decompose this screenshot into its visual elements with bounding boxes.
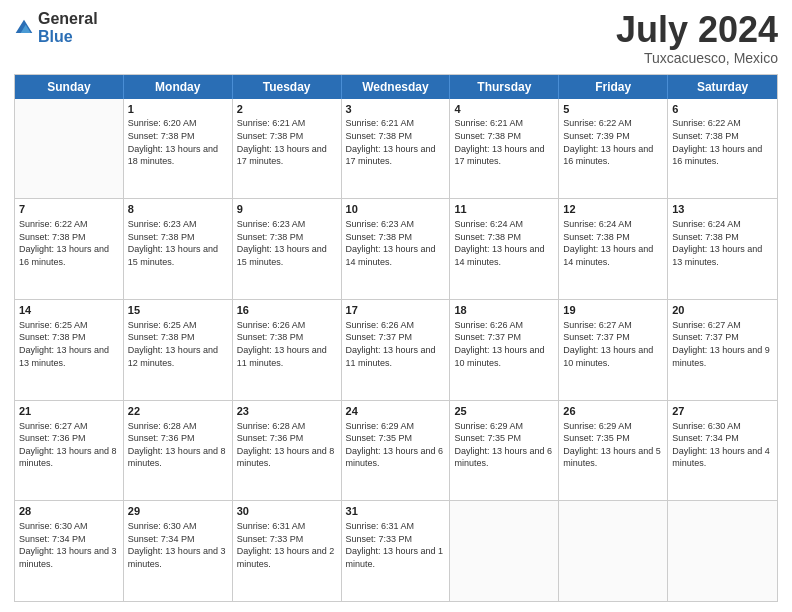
sun-info: Sunrise: 6:26 AMSunset: 7:37 PMDaylight:… bbox=[346, 319, 446, 369]
sun-info: Sunrise: 6:24 AMSunset: 7:38 PMDaylight:… bbox=[454, 218, 554, 268]
cal-cell-w3-d5: 26Sunrise: 6:29 AMSunset: 7:35 PMDayligh… bbox=[559, 401, 668, 501]
cal-cell-w0-d6: 6Sunrise: 6:22 AMSunset: 7:38 PMDaylight… bbox=[668, 99, 777, 199]
page: General Blue July 2024 Tuxcacuesco, Mexi… bbox=[0, 0, 792, 612]
calendar-row-1: 7Sunrise: 6:22 AMSunset: 7:38 PMDaylight… bbox=[15, 199, 777, 300]
calendar-row-2: 14Sunrise: 6:25 AMSunset: 7:38 PMDayligh… bbox=[15, 300, 777, 401]
day-number: 18 bbox=[454, 303, 554, 318]
sun-info: Sunrise: 6:22 AMSunset: 7:38 PMDaylight:… bbox=[672, 117, 773, 167]
cal-cell-w4-d3: 31Sunrise: 6:31 AMSunset: 7:33 PMDayligh… bbox=[342, 501, 451, 601]
day-number: 23 bbox=[237, 404, 337, 419]
cal-cell-w3-d6: 27Sunrise: 6:30 AMSunset: 7:34 PMDayligh… bbox=[668, 401, 777, 501]
subtitle: Tuxcacuesco, Mexico bbox=[616, 50, 778, 66]
day-number: 9 bbox=[237, 202, 337, 217]
cal-cell-w2-d6: 20Sunrise: 6:27 AMSunset: 7:37 PMDayligh… bbox=[668, 300, 777, 400]
sun-info: Sunrise: 6:26 AMSunset: 7:37 PMDaylight:… bbox=[454, 319, 554, 369]
sun-info: Sunrise: 6:21 AMSunset: 7:38 PMDaylight:… bbox=[237, 117, 337, 167]
sun-info: Sunrise: 6:28 AMSunset: 7:36 PMDaylight:… bbox=[128, 420, 228, 470]
day-number: 10 bbox=[346, 202, 446, 217]
sun-info: Sunrise: 6:27 AMSunset: 7:37 PMDaylight:… bbox=[563, 319, 663, 369]
day-number: 5 bbox=[563, 102, 663, 117]
day-number: 16 bbox=[237, 303, 337, 318]
cal-cell-w4-d1: 29Sunrise: 6:30 AMSunset: 7:34 PMDayligh… bbox=[124, 501, 233, 601]
day-number: 13 bbox=[672, 202, 773, 217]
sun-info: Sunrise: 6:23 AMSunset: 7:38 PMDaylight:… bbox=[346, 218, 446, 268]
sun-info: Sunrise: 6:24 AMSunset: 7:38 PMDaylight:… bbox=[672, 218, 773, 268]
main-title: July 2024 bbox=[616, 10, 778, 50]
day-number: 12 bbox=[563, 202, 663, 217]
cal-cell-w3-d3: 24Sunrise: 6:29 AMSunset: 7:35 PMDayligh… bbox=[342, 401, 451, 501]
sun-info: Sunrise: 6:25 AMSunset: 7:38 PMDaylight:… bbox=[19, 319, 119, 369]
cal-cell-w4-d4 bbox=[450, 501, 559, 601]
cal-cell-w0-d5: 5Sunrise: 6:22 AMSunset: 7:39 PMDaylight… bbox=[559, 99, 668, 199]
day-number: 3 bbox=[346, 102, 446, 117]
header-friday: Friday bbox=[559, 75, 668, 99]
sun-info: Sunrise: 6:25 AMSunset: 7:38 PMDaylight:… bbox=[128, 319, 228, 369]
day-number: 1 bbox=[128, 102, 228, 117]
sun-info: Sunrise: 6:29 AMSunset: 7:35 PMDaylight:… bbox=[346, 420, 446, 470]
sun-info: Sunrise: 6:29 AMSunset: 7:35 PMDaylight:… bbox=[454, 420, 554, 470]
day-number: 7 bbox=[19, 202, 119, 217]
cal-cell-w2-d5: 19Sunrise: 6:27 AMSunset: 7:37 PMDayligh… bbox=[559, 300, 668, 400]
cal-cell-w1-d5: 12Sunrise: 6:24 AMSunset: 7:38 PMDayligh… bbox=[559, 199, 668, 299]
sun-info: Sunrise: 6:23 AMSunset: 7:38 PMDaylight:… bbox=[237, 218, 337, 268]
sun-info: Sunrise: 6:30 AMSunset: 7:34 PMDaylight:… bbox=[128, 520, 228, 570]
sun-info: Sunrise: 6:23 AMSunset: 7:38 PMDaylight:… bbox=[128, 218, 228, 268]
day-number: 29 bbox=[128, 504, 228, 519]
header-thursday: Thursday bbox=[450, 75, 559, 99]
calendar-header: Sunday Monday Tuesday Wednesday Thursday… bbox=[15, 75, 777, 99]
cal-cell-w2-d0: 14Sunrise: 6:25 AMSunset: 7:38 PMDayligh… bbox=[15, 300, 124, 400]
sun-info: Sunrise: 6:27 AMSunset: 7:37 PMDaylight:… bbox=[672, 319, 773, 369]
logo-icon bbox=[14, 18, 34, 38]
cal-cell-w2-d1: 15Sunrise: 6:25 AMSunset: 7:38 PMDayligh… bbox=[124, 300, 233, 400]
day-number: 25 bbox=[454, 404, 554, 419]
cal-cell-w1-d1: 8Sunrise: 6:23 AMSunset: 7:38 PMDaylight… bbox=[124, 199, 233, 299]
cal-cell-w4-d5 bbox=[559, 501, 668, 601]
sun-info: Sunrise: 6:31 AMSunset: 7:33 PMDaylight:… bbox=[237, 520, 337, 570]
sun-info: Sunrise: 6:27 AMSunset: 7:36 PMDaylight:… bbox=[19, 420, 119, 470]
cal-cell-w3-d2: 23Sunrise: 6:28 AMSunset: 7:36 PMDayligh… bbox=[233, 401, 342, 501]
cal-cell-w0-d2: 2Sunrise: 6:21 AMSunset: 7:38 PMDaylight… bbox=[233, 99, 342, 199]
day-number: 14 bbox=[19, 303, 119, 318]
cal-cell-w2-d4: 18Sunrise: 6:26 AMSunset: 7:37 PMDayligh… bbox=[450, 300, 559, 400]
day-number: 21 bbox=[19, 404, 119, 419]
sun-info: Sunrise: 6:30 AMSunset: 7:34 PMDaylight:… bbox=[19, 520, 119, 570]
cal-cell-w1-d0: 7Sunrise: 6:22 AMSunset: 7:38 PMDaylight… bbox=[15, 199, 124, 299]
day-number: 20 bbox=[672, 303, 773, 318]
header-sunday: Sunday bbox=[15, 75, 124, 99]
calendar-row-0: 1Sunrise: 6:20 AMSunset: 7:38 PMDaylight… bbox=[15, 99, 777, 200]
logo-general-text: General bbox=[38, 10, 98, 28]
sun-info: Sunrise: 6:24 AMSunset: 7:38 PMDaylight:… bbox=[563, 218, 663, 268]
calendar-row-3: 21Sunrise: 6:27 AMSunset: 7:36 PMDayligh… bbox=[15, 401, 777, 502]
cal-cell-w2-d2: 16Sunrise: 6:26 AMSunset: 7:38 PMDayligh… bbox=[233, 300, 342, 400]
header-tuesday: Tuesday bbox=[233, 75, 342, 99]
calendar-row-4: 28Sunrise: 6:30 AMSunset: 7:34 PMDayligh… bbox=[15, 501, 777, 601]
sun-info: Sunrise: 6:29 AMSunset: 7:35 PMDaylight:… bbox=[563, 420, 663, 470]
cal-cell-w3-d0: 21Sunrise: 6:27 AMSunset: 7:36 PMDayligh… bbox=[15, 401, 124, 501]
cal-cell-w4-d2: 30Sunrise: 6:31 AMSunset: 7:33 PMDayligh… bbox=[233, 501, 342, 601]
cal-cell-w0-d1: 1Sunrise: 6:20 AMSunset: 7:38 PMDaylight… bbox=[124, 99, 233, 199]
header-saturday: Saturday bbox=[668, 75, 777, 99]
calendar: Sunday Monday Tuesday Wednesday Thursday… bbox=[14, 74, 778, 602]
cal-cell-w2-d3: 17Sunrise: 6:26 AMSunset: 7:37 PMDayligh… bbox=[342, 300, 451, 400]
cal-cell-w1-d4: 11Sunrise: 6:24 AMSunset: 7:38 PMDayligh… bbox=[450, 199, 559, 299]
cal-cell-w3-d4: 25Sunrise: 6:29 AMSunset: 7:35 PMDayligh… bbox=[450, 401, 559, 501]
day-number: 22 bbox=[128, 404, 228, 419]
day-number: 28 bbox=[19, 504, 119, 519]
day-number: 31 bbox=[346, 504, 446, 519]
sun-info: Sunrise: 6:22 AMSunset: 7:39 PMDaylight:… bbox=[563, 117, 663, 167]
day-number: 8 bbox=[128, 202, 228, 217]
header-wednesday: Wednesday bbox=[342, 75, 451, 99]
sun-info: Sunrise: 6:20 AMSunset: 7:38 PMDaylight:… bbox=[128, 117, 228, 167]
title-block: July 2024 Tuxcacuesco, Mexico bbox=[616, 10, 778, 66]
cal-cell-w4-d6 bbox=[668, 501, 777, 601]
day-number: 19 bbox=[563, 303, 663, 318]
sun-info: Sunrise: 6:30 AMSunset: 7:34 PMDaylight:… bbox=[672, 420, 773, 470]
day-number: 17 bbox=[346, 303, 446, 318]
sun-info: Sunrise: 6:21 AMSunset: 7:38 PMDaylight:… bbox=[454, 117, 554, 167]
cal-cell-w4-d0: 28Sunrise: 6:30 AMSunset: 7:34 PMDayligh… bbox=[15, 501, 124, 601]
sun-info: Sunrise: 6:26 AMSunset: 7:38 PMDaylight:… bbox=[237, 319, 337, 369]
logo: General Blue bbox=[14, 10, 98, 45]
cal-cell-w3-d1: 22Sunrise: 6:28 AMSunset: 7:36 PMDayligh… bbox=[124, 401, 233, 501]
calendar-body: 1Sunrise: 6:20 AMSunset: 7:38 PMDaylight… bbox=[15, 99, 777, 601]
cal-cell-w1-d3: 10Sunrise: 6:23 AMSunset: 7:38 PMDayligh… bbox=[342, 199, 451, 299]
